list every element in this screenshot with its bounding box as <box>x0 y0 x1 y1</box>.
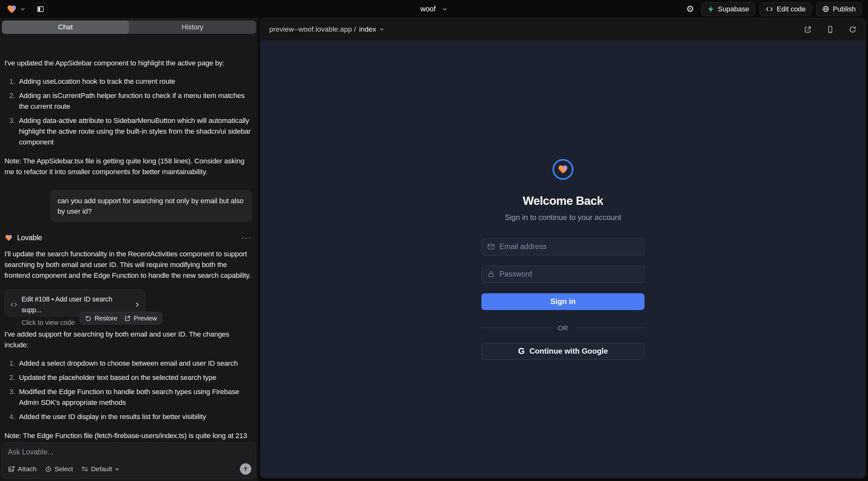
restore-icon <box>85 315 92 322</box>
sliders-icon <box>81 466 88 473</box>
page-title: Welcome Back <box>523 194 603 207</box>
preview-url-selector[interactable]: preview--woof.lovable.app / index <box>269 25 384 33</box>
google-g-icon: G <box>518 346 525 356</box>
divider-line <box>574 328 645 328</box>
divider-line <box>482 328 552 328</box>
arrow-up-icon <box>243 466 249 472</box>
list-item: Adding data-active attribute to SidebarM… <box>17 115 253 148</box>
divider-label: OR <box>558 324 568 332</box>
supabase-button[interactable]: Supabase <box>702 2 755 16</box>
assistant-changes-list: Added a select dropdown to choose betwee… <box>17 358 253 422</box>
heart-icon <box>557 164 569 175</box>
supabase-bolt-icon <box>707 5 714 13</box>
or-divider: OR <box>482 324 645 332</box>
edit-code-button[interactable]: Edit code <box>760 2 812 16</box>
panel-left-icon <box>37 5 44 13</box>
image-plus-icon <box>8 466 15 473</box>
google-signin-button[interactable]: G Continue with Google <box>482 343 645 360</box>
edit-card-wrapper: Edit #108 • Add user ID search supp... C… <box>4 289 253 325</box>
top-bar: woof ⚙ Supabase Edit code Publish <box>0 0 868 18</box>
list-item: Updated the placeholder text based on th… <box>17 372 253 383</box>
assistant-message-list: Adding useLocation hook to track the cur… <box>17 76 253 148</box>
globe-icon <box>822 5 830 13</box>
lovable-heart-icon <box>4 234 13 242</box>
select-button[interactable]: Select <box>45 465 73 473</box>
message-menu-dots-icon[interactable]: ··· <box>242 234 252 241</box>
code-icon <box>10 302 18 308</box>
external-link-icon <box>124 315 131 322</box>
chat-panel: Chat History I've updated the AppSidebar… <box>0 18 258 481</box>
smartphone-icon <box>826 26 834 33</box>
preview-toolbar: preview--woof.lovable.app / index <box>260 18 865 40</box>
list-item: Added the user ID display in the results… <box>17 412 253 422</box>
chevron-down-icon <box>379 27 384 32</box>
list-item: Adding useLocation hook to track the cur… <box>17 76 253 87</box>
assistant-message-intro-2: I'll update the search functionality in … <box>4 249 253 281</box>
publish-button[interactable]: Publish <box>816 2 862 16</box>
assistant-note: Note: The AppSidebar.tsx file is getting… <box>4 156 253 177</box>
page-subtitle: Sign in to continue to your account <box>505 213 621 222</box>
version-actions: Restore Preview <box>80 312 162 325</box>
chevron-down-icon <box>115 467 120 472</box>
mobile-view-button[interactable] <box>826 26 834 33</box>
logo-menu-chevron-down-icon[interactable] <box>20 7 25 12</box>
refresh-icon <box>849 26 857 33</box>
chat-messages[interactable]: I've updated the AppSidebar component to… <box>0 51 258 441</box>
assistant-changes-intro: I've added support for searching by both… <box>4 329 253 351</box>
assistant-note-2: Note: The Edge Function file (fetch-fire… <box>4 430 253 441</box>
assistant-header: Lovable ··· <box>4 232 253 243</box>
restore-button[interactable]: Restore <box>85 313 117 324</box>
send-button[interactable] <box>240 463 251 475</box>
tab-chat[interactable]: Chat <box>2 21 129 34</box>
preview-url-page: index <box>359 25 376 33</box>
user-message-bubble: can you add support for searching not on… <box>50 190 252 222</box>
lovable-logo-heart-icon[interactable] <box>6 4 17 14</box>
refresh-button[interactable] <box>849 26 857 33</box>
list-item: Adding an isCurrentPath helper function … <box>17 90 253 112</box>
google-signin-label: Continue with Google <box>529 347 608 356</box>
attach-button[interactable]: Attach <box>8 465 37 473</box>
email-field <box>482 238 645 255</box>
list-item: Added a select dropdown to choose betwee… <box>17 358 253 369</box>
signin-button[interactable]: Sign in <box>482 293 645 310</box>
composer: Attach Select Default <box>2 443 256 479</box>
chat-input[interactable] <box>8 448 250 460</box>
tab-history[interactable]: History <box>129 21 256 34</box>
target-icon <box>45 466 52 473</box>
code-icon <box>766 6 773 13</box>
project-name[interactable]: woof <box>421 5 436 13</box>
preview-viewport: Welcome Back Sign in to continue to your… <box>260 40 865 478</box>
mode-selector[interactable]: Default <box>81 465 120 473</box>
sidebar-toggle-button[interactable] <box>33 3 48 15</box>
open-in-new-tab-button[interactable] <box>804 26 812 33</box>
envelope-icon <box>487 243 495 251</box>
chat-history-tabs: Chat History <box>2 21 256 34</box>
list-item: Modified the Edge Function to handle bot… <box>17 386 253 408</box>
password-field <box>482 266 645 283</box>
chevron-right-icon <box>135 302 140 308</box>
project-chevron-down-icon[interactable] <box>442 6 447 12</box>
app-logo <box>553 159 574 180</box>
assistant-message-intro: I've updated the AppSidebar component to… <box>4 58 253 69</box>
preview-button[interactable]: Preview <box>124 313 157 324</box>
email-input[interactable] <box>499 243 639 251</box>
external-link-icon <box>804 26 812 33</box>
signin-card: Welcome Back Sign in to continue to your… <box>482 159 645 360</box>
preview-url-host: preview--woof.lovable.app / <box>269 25 356 33</box>
lock-icon <box>487 270 495 278</box>
settings-gear-icon[interactable]: ⚙ <box>683 2 697 16</box>
password-input[interactable] <box>499 270 639 279</box>
assistant-name: Lovable <box>17 232 42 243</box>
preview-pane: preview--woof.lovable.app / index Welcom… <box>260 18 866 478</box>
